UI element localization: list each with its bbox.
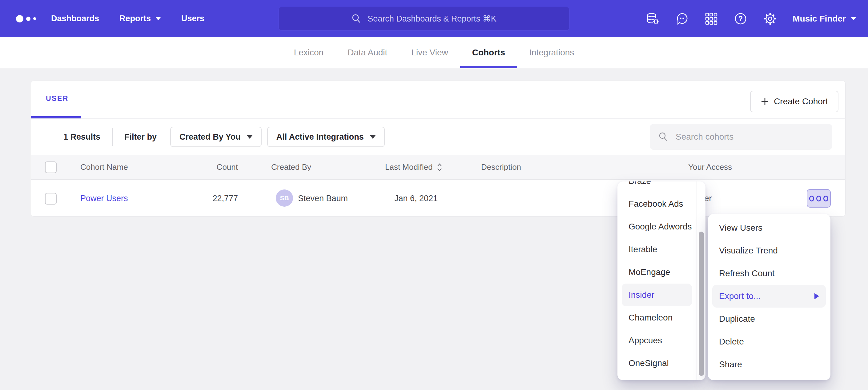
settings-icon	[763, 12, 777, 26]
menu-item-export-to[interactable]: Export to...	[712, 285, 826, 307]
row-checkbox[interactable]	[45, 193, 57, 204]
cohorts-toolbar: 1 Results Filter by Created By You All A…	[31, 119, 845, 155]
data-management-icon	[646, 12, 660, 26]
feedback-icon	[675, 12, 689, 26]
menu-item-appcues[interactable]: Appcues	[617, 329, 696, 352]
menu-item-refresh-count[interactable]: Refresh Count	[708, 262, 831, 285]
search-icon	[351, 14, 361, 24]
scrollbar-track-divider	[696, 182, 697, 380]
menu-item-braze[interactable]: Braze	[617, 182, 696, 193]
nav-users-label: Users	[181, 14, 205, 23]
menu-item-share[interactable]: Share	[708, 353, 831, 376]
tab-lexicon[interactable]: Lexicon	[282, 37, 336, 68]
secondary-tabbar: Lexicon Data Audit Live View Cohorts Int…	[0, 37, 868, 68]
nav-reports[interactable]: Reports	[119, 14, 161, 23]
select-all-checkbox[interactable]	[45, 161, 57, 173]
column-your-access: Your Access	[688, 162, 732, 172]
menu-item-iterable[interactable]: Iterable	[617, 238, 696, 261]
logo-dot-medium	[26, 17, 30, 21]
logo-dot-small	[33, 17, 36, 20]
nav-dashboards[interactable]: Dashboards	[51, 14, 99, 23]
created-by-name: Steven Baum	[298, 194, 348, 203]
chevron-down-icon	[155, 17, 161, 20]
cohorts-page: Dashboards Reports Users Search Dashboar…	[0, 0, 868, 390]
settings-button[interactable]	[763, 12, 777, 26]
menu-item-moengage[interactable]: MoEngage	[617, 261, 696, 284]
menu-item-onesignal[interactable]: OneSignal	[617, 352, 696, 375]
feedback-button[interactable]	[675, 12, 689, 26]
ellipsis-dot	[824, 196, 828, 201]
global-search-input[interactable]: Search Dashboards & Reports ⌘K	[279, 7, 569, 31]
svg-text:?: ?	[738, 15, 743, 23]
menu-item-view-users[interactable]: View Users	[708, 217, 831, 239]
data-management-button[interactable]	[646, 12, 660, 26]
help-button[interactable]: ?	[734, 12, 748, 26]
tab-live-view[interactable]: Live View	[399, 37, 460, 68]
project-name: Music Finder	[793, 14, 846, 24]
export-to-label: Export to...	[719, 291, 761, 301]
submenu-arrow-icon	[814, 293, 819, 299]
menu-item-google-adwords[interactable]: Google Adwords	[617, 215, 696, 238]
tab-cohorts[interactable]: Cohorts	[460, 37, 517, 68]
scrollbar-thumb[interactable]	[699, 232, 704, 376]
help-icon: ?	[734, 12, 748, 26]
create-cohort-button[interactable]: Create Cohort	[750, 91, 838, 112]
cohort-search-input[interactable]	[675, 132, 832, 142]
menu-item-chameleon[interactable]: Chameleon	[617, 306, 696, 329]
created-by-filter[interactable]: Created By You	[170, 127, 261, 147]
created-by-filter-value: Created By You	[180, 132, 241, 142]
menu-item-facebook-ads[interactable]: Facebook Ads	[617, 193, 696, 215]
column-last-modified-label: Last Modified	[385, 162, 433, 172]
row-context-menu: View Users Visualize Trend Refresh Count…	[708, 214, 831, 380]
chevron-down-icon	[851, 17, 856, 20]
tab-user[interactable]: USER	[46, 94, 69, 103]
topbar-actions: ? Music Finder	[646, 0, 856, 37]
nav-users[interactable]: Users	[181, 14, 205, 23]
menu-item-visualize-trend[interactable]: Visualize Trend	[708, 239, 831, 262]
column-last-modified[interactable]: Last Modified	[385, 162, 443, 172]
primary-nav: Dashboards Reports Users	[51, 14, 205, 23]
last-modified-date: Jan 6, 2021	[394, 194, 438, 203]
results-count: 1 Results	[63, 132, 100, 142]
export-submenu-list: Braze Facebook Ads Google Adwords Iterab…	[617, 182, 696, 375]
export-submenu: Braze Facebook Ads Google Adwords Iterab…	[617, 182, 706, 380]
ellipsis-dot	[816, 196, 821, 201]
avatar: SB	[276, 190, 293, 207]
cohort-name-link[interactable]: Power Users	[80, 194, 128, 203]
project-switcher[interactable]: Music Finder	[793, 14, 856, 24]
tab-data-audit[interactable]: Data Audit	[336, 37, 399, 68]
column-cohort-name: Cohort Name	[80, 162, 128, 172]
divider	[112, 128, 113, 146]
nav-dashboards-label: Dashboards	[51, 14, 99, 23]
menu-item-duplicate[interactable]: Duplicate	[708, 307, 831, 330]
card-header: USER Create Cohort	[31, 81, 845, 119]
global-search-placeholder: Search Dashboards & Reports ⌘K	[368, 14, 496, 24]
row-actions-button[interactable]	[807, 189, 831, 207]
chevron-down-icon	[247, 135, 252, 139]
table-header: Cohort Name Count Created By Last Modifi…	[31, 155, 845, 180]
logo-dot-large	[16, 15, 23, 23]
cohort-count: 22,777	[176, 194, 238, 203]
topbar: Dashboards Reports Users Search Dashboar…	[0, 0, 868, 37]
nav-reports-label: Reports	[119, 14, 151, 23]
cohort-search	[650, 124, 832, 150]
filter-by-label: Filter by	[124, 132, 157, 142]
column-created-by: Created By	[271, 162, 311, 172]
menu-item-insider[interactable]: Insider	[622, 284, 692, 306]
plus-icon	[761, 97, 769, 106]
menu-item-delete[interactable]: Delete	[708, 330, 831, 353]
tab-integrations[interactable]: Integrations	[517, 37, 586, 68]
ellipsis-dot	[809, 196, 814, 201]
sort-icon	[436, 163, 443, 172]
column-description: Description	[481, 162, 521, 172]
apps-grid-button[interactable]	[705, 12, 718, 26]
active-tab-underline	[31, 116, 81, 119]
search-icon	[658, 132, 668, 142]
brand-logo-icon[interactable]	[16, 15, 43, 23]
chevron-down-icon	[370, 135, 375, 139]
apps-grid-icon	[705, 12, 718, 26]
column-count: Count	[176, 162, 238, 172]
cohorts-card: USER Create Cohort 1 Results Filter by C…	[31, 80, 845, 217]
integrations-filter[interactable]: All Active Integrations	[267, 127, 385, 147]
table-row: Power Users 22,777 SB Steven Baum Jan 6,…	[31, 180, 845, 217]
